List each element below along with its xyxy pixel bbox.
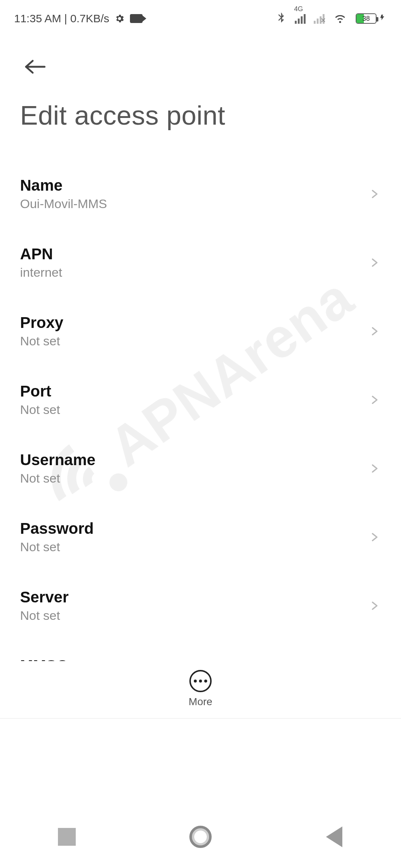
status-time-speed: 11:35 AM | 0.7KB/s xyxy=(14,12,109,25)
setting-label: APN xyxy=(20,245,62,263)
nav-recent-button[interactable] xyxy=(58,828,76,846)
page-title: Edit access point xyxy=(20,100,381,131)
chevron-right-icon xyxy=(369,254,379,271)
setting-text: APNinternet xyxy=(20,245,62,280)
gear-icon xyxy=(114,13,125,24)
chevron-right-icon xyxy=(369,392,379,408)
camera-icon xyxy=(130,14,143,23)
setting-value: Oui-Movil-MMS xyxy=(20,197,107,211)
chevron-right-icon xyxy=(369,186,379,202)
chevron-right-icon xyxy=(369,254,379,271)
app-header: Edit access point xyxy=(0,30,401,131)
chevron-right-icon xyxy=(369,460,379,477)
network-type-label: 4G xyxy=(294,5,303,13)
setting-value: Not set xyxy=(20,402,60,417)
battery-group: 38 xyxy=(356,12,386,26)
setting-text: ProxyNot set xyxy=(20,314,63,348)
setting-text: ServerNot set xyxy=(20,588,69,623)
apn-settings-list: NameOui-Movil-MMSAPNinternetProxyNot set… xyxy=(0,160,401,723)
no-sim-icon: ✕ xyxy=(320,16,326,24)
chevron-right-icon xyxy=(369,598,379,614)
setting-label: Password xyxy=(20,520,94,537)
chevron-right-icon xyxy=(369,392,379,408)
chevron-right-icon xyxy=(369,598,379,614)
more-label: More xyxy=(189,696,212,708)
status-bar: 11:35 AM | 0.7KB/s 4G ✕ 38 xyxy=(0,0,401,30)
setting-row-password[interactable]: PasswordNot set xyxy=(20,503,381,572)
charging-bolt-icon xyxy=(379,12,386,26)
chevron-right-icon xyxy=(369,460,379,477)
more-button[interactable] xyxy=(189,670,212,692)
chevron-right-icon xyxy=(369,186,379,202)
setting-text: UsernameNot set xyxy=(20,451,95,486)
setting-row-username[interactable]: UsernameNot set xyxy=(20,435,381,503)
battery-icon: 38 xyxy=(356,13,376,24)
chevron-right-icon xyxy=(369,529,379,545)
setting-row-port[interactable]: PortNot set xyxy=(20,366,381,435)
setting-label: Username xyxy=(20,451,95,469)
nav-home-button[interactable] xyxy=(189,826,212,848)
chevron-right-icon xyxy=(369,323,379,339)
setting-value: Not set xyxy=(20,608,69,623)
setting-label: Name xyxy=(20,177,107,194)
bluetooth-icon xyxy=(276,10,287,27)
setting-row-server[interactable]: ServerNot set xyxy=(20,572,381,641)
setting-row-name[interactable]: NameOui-Movil-MMS xyxy=(20,160,381,229)
setting-text: PasswordNot set xyxy=(20,520,94,554)
setting-row-apn[interactable]: APNinternet xyxy=(20,229,381,297)
back-button[interactable] xyxy=(20,52,50,82)
arrow-left-icon xyxy=(22,58,48,76)
status-left: 11:35 AM | 0.7KB/s xyxy=(14,12,143,25)
android-nav-bar xyxy=(0,806,401,868)
setting-text: PortNot set xyxy=(20,382,60,417)
nav-back-button[interactable] xyxy=(326,826,342,847)
setting-value: Not set xyxy=(20,334,63,348)
chevron-right-icon xyxy=(369,529,379,545)
bottom-action-bar: More xyxy=(0,661,401,719)
setting-label: Proxy xyxy=(20,314,63,332)
signal-sim2: ✕ xyxy=(314,13,325,24)
setting-value: internet xyxy=(20,265,62,280)
chevron-right-icon xyxy=(369,323,379,339)
setting-text: NameOui-Movil-MMS xyxy=(20,177,107,211)
wifi-icon xyxy=(333,11,348,26)
setting-row-proxy[interactable]: ProxyNot set xyxy=(20,297,381,366)
signal-sim1: 4G xyxy=(295,13,306,24)
setting-value: Not set xyxy=(20,540,94,554)
setting-label: Port xyxy=(20,382,60,400)
setting-value: Not set xyxy=(20,471,95,486)
setting-label: Server xyxy=(20,588,69,606)
battery-percent: 38 xyxy=(356,15,376,23)
status-right: 4G ✕ 38 xyxy=(276,10,386,27)
